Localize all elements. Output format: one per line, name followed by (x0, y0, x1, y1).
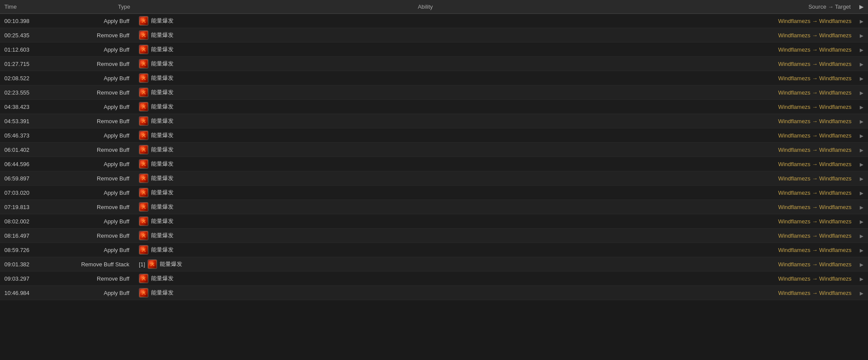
chevron-right-icon[interactable]: ▶ (860, 133, 863, 138)
table-row[interactable]: 06:44.596Apply Buff能量爆发Windflamezs → Win… (0, 157, 868, 171)
cell-ability: 能量爆发 (135, 85, 716, 100)
table-row[interactable]: 06:59.897Remove Buff能量爆发Windflamezs → Wi… (0, 171, 868, 186)
ability-name: 能量爆发 (151, 131, 174, 139)
expand-arrow-button[interactable]: ▶ (855, 57, 868, 71)
chevron-right-icon[interactable]: ▶ (860, 233, 863, 239)
ability-name: 能量爆发 (151, 275, 174, 282)
ability-icon (139, 173, 148, 183)
chevron-right-icon[interactable]: ▶ (860, 62, 863, 67)
expand-arrow-button[interactable]: ▶ (855, 143, 868, 157)
cell-ability: 能量爆发 (135, 186, 716, 200)
cell-source: Windflamezs → Windflamezs (716, 257, 855, 272)
cell-type: Remove Buff (48, 143, 135, 157)
expand-arrow-button[interactable]: ▶ (855, 243, 868, 257)
ability-name: 能量爆发 (151, 31, 174, 39)
expand-arrow-button[interactable]: ▶ (855, 85, 868, 100)
ability-name: 能量爆发 (151, 232, 174, 239)
table-row[interactable]: 06:01.402Remove Buff能量爆发Windflamezs → Wi… (0, 143, 868, 157)
cell-source: Windflamezs → Windflamezs (716, 128, 855, 143)
ability-icon (139, 216, 148, 226)
table-row[interactable]: 08:02.002Apply Buff能量爆发Windflamezs → Win… (0, 214, 868, 229)
chevron-right-icon[interactable]: ▶ (860, 33, 863, 38)
chevron-right-icon[interactable]: ▶ (860, 119, 863, 124)
ability-name: 能量爆发 (151, 289, 174, 297)
cell-time: 08:59.726 (0, 243, 48, 257)
table-row[interactable]: 00:25.435Remove Buff能量爆发Windflamezs → Wi… (0, 28, 868, 43)
expand-arrow-button[interactable]: ▶ (855, 171, 868, 186)
cell-type: Remove Buff (48, 28, 135, 43)
chevron-right-icon[interactable]: ▶ (860, 205, 863, 210)
expand-arrow-button[interactable]: ▶ (855, 14, 868, 28)
cell-time: 08:02.002 (0, 214, 48, 229)
cell-time: 07:03.020 (0, 186, 48, 200)
table-row[interactable]: 05:46.373Apply Buff能量爆发Windflamezs → Win… (0, 128, 868, 143)
cell-type: Remove Buff Stack (48, 257, 135, 272)
table-row[interactable]: 04:53.391Remove Buff能量爆发Windflamezs → Wi… (0, 114, 868, 128)
table-row[interactable]: 04:38.423Apply Buff能量爆发Windflamezs → Win… (0, 100, 868, 114)
expand-arrow-button[interactable]: ▶ (855, 257, 868, 272)
ability-name: 能量爆发 (151, 203, 174, 211)
table-row[interactable]: 01:12.603Apply Buff能量爆发Windflamezs → Win… (0, 43, 868, 57)
table-header: Time Type Ability Source → Target ▶ (0, 0, 868, 14)
table-row[interactable]: 10:46.984Apply Buff能量爆发Windflamezs → Win… (0, 286, 868, 300)
cell-time: 04:53.391 (0, 114, 48, 128)
expand-arrow-button[interactable]: ▶ (855, 28, 868, 43)
ability-name: 能量爆发 (160, 260, 182, 268)
chevron-right-icon[interactable]: ▶ (860, 162, 863, 167)
chevron-right-icon[interactable]: ▶ (860, 105, 863, 110)
expand-arrow-button[interactable]: ▶ (855, 100, 868, 114)
expand-arrow-button[interactable]: ▶ (855, 128, 868, 143)
ability-icon (139, 145, 148, 154)
chevron-right-icon[interactable]: ▶ (860, 176, 863, 181)
table-row[interactable]: 09:03.297Remove Buff能量爆发Windflamezs → Wi… (0, 272, 868, 286)
ability-icon (139, 73, 148, 83)
cell-time: 05:46.373 (0, 128, 48, 143)
expand-arrow-button[interactable]: ▶ (855, 200, 868, 214)
cell-ability: 能量爆发 (135, 200, 716, 214)
ability-name: 能量爆发 (151, 146, 174, 154)
ability-icon (139, 245, 148, 255)
table-row[interactable]: 01:27.715Remove Buff能量爆发Windflamezs → Wi… (0, 57, 868, 71)
table-row[interactable]: 07:03.020Apply Buff能量爆发Windflamezs → Win… (0, 186, 868, 200)
cell-source: Windflamezs → Windflamezs (716, 85, 855, 100)
chevron-right-icon[interactable]: ▶ (860, 190, 863, 196)
table-row[interactable]: 09:01.382Remove Buff Stack[1] 能量爆发Windfl… (0, 257, 868, 272)
chevron-right-icon[interactable]: ▶ (860, 262, 863, 267)
ability-name: 能量爆发 (151, 88, 174, 96)
header-source: Source → Target (716, 0, 855, 14)
cell-type: Apply Buff (48, 186, 135, 200)
cell-ability: 能量爆发 (135, 14, 716, 28)
ability-icon (139, 159, 148, 169)
expand-arrow-button[interactable]: ▶ (855, 43, 868, 57)
cell-ability: 能量爆发 (135, 28, 716, 43)
cell-source: Windflamezs → Windflamezs (716, 200, 855, 214)
cell-ability: 能量爆发 (135, 128, 716, 143)
chevron-right-icon[interactable]: ▶ (860, 47, 863, 52)
expand-arrow-button[interactable]: ▶ (855, 186, 868, 200)
expand-arrow-button[interactable]: ▶ (855, 286, 868, 300)
expand-arrow-button[interactable]: ▶ (855, 114, 868, 128)
cell-source: Windflamezs → Windflamezs (716, 14, 855, 28)
chevron-right-icon[interactable]: ▶ (860, 219, 863, 224)
expand-arrow-button[interactable]: ▶ (855, 214, 868, 229)
table-row[interactable]: 00:10.398Apply Buff能量爆发Windflamezs → Win… (0, 14, 868, 28)
ability-name: 能量爆发 (151, 17, 174, 25)
cell-source: Windflamezs → Windflamezs (716, 272, 855, 286)
table-row[interactable]: 08:16.497Remove Buff能量爆发Windflamezs → Wi… (0, 229, 868, 243)
chevron-right-icon[interactable]: ▶ (860, 248, 863, 253)
table-row[interactable]: 02:08.522Apply Buff能量爆发Windflamezs → Win… (0, 71, 868, 85)
chevron-right-icon[interactable]: ▶ (860, 76, 863, 81)
expand-arrow-button[interactable]: ▶ (855, 272, 868, 286)
chevron-right-icon[interactable]: ▶ (860, 276, 863, 281)
table-row[interactable]: 02:23.555Remove Buff能量爆发Windflamezs → Wi… (0, 85, 868, 100)
table-row[interactable]: 08:59.726Apply Buff能量爆发Windflamezs → Win… (0, 243, 868, 257)
table-row[interactable]: 07:19.813Remove Buff能量爆发Windflamezs → Wi… (0, 200, 868, 214)
expand-arrow-button[interactable]: ▶ (855, 71, 868, 85)
cell-type: Remove Buff (48, 85, 135, 100)
chevron-right-icon[interactable]: ▶ (860, 19, 863, 24)
expand-arrow-button[interactable]: ▶ (855, 229, 868, 243)
expand-arrow-button[interactable]: ▶ (855, 157, 868, 171)
chevron-right-icon[interactable]: ▶ (860, 90, 863, 95)
chevron-right-icon[interactable]: ▶ (860, 147, 863, 153)
chevron-right-icon[interactable]: ▶ (860, 291, 863, 296)
